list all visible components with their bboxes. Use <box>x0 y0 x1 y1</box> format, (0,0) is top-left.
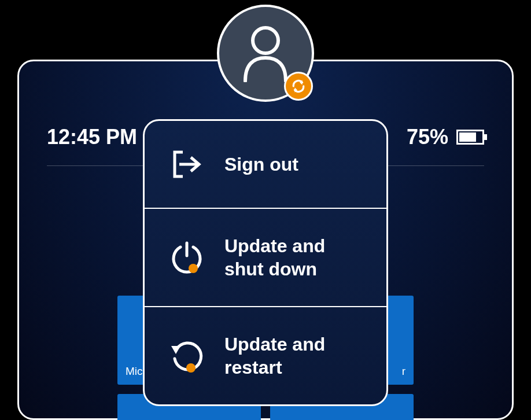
svg-point-5 <box>189 264 198 273</box>
menu-item-label: Sign out <box>224 153 298 176</box>
user-avatar[interactable] <box>217 5 314 102</box>
svg-point-0 <box>253 28 278 53</box>
sign-out-button[interactable]: Sign out <box>145 121 386 209</box>
battery-icon <box>456 130 484 145</box>
menu-item-label: Update and restart <box>224 333 362 379</box>
menu-item-label: Update and shut down <box>224 234 362 281</box>
restart-update-icon <box>169 338 205 374</box>
battery-status: 75% <box>407 125 484 149</box>
svg-marker-6 <box>171 346 180 354</box>
svg-point-7 <box>186 363 196 373</box>
battery-percent-label: 75% <box>407 125 448 149</box>
person-icon <box>239 24 292 82</box>
tile-label: Mic <box>126 365 143 378</box>
update-badge-icon <box>284 72 313 101</box>
update-restart-button[interactable]: Update and restart <box>145 307 386 404</box>
sign-out-icon <box>169 146 205 182</box>
tile-label: r <box>402 365 405 378</box>
update-shutdown-button[interactable]: Update and shut down <box>145 209 386 307</box>
power-menu: Sign out Update and shut down Update and… <box>143 119 388 406</box>
power-update-icon <box>169 240 205 275</box>
clock-time: 12:45 PM <box>47 125 137 149</box>
